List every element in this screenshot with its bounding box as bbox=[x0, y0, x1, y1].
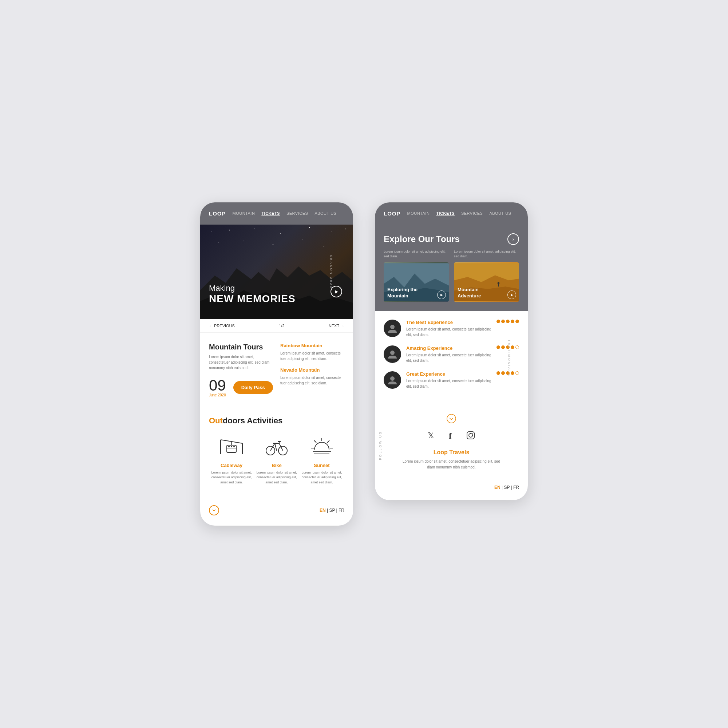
tour-img-desert[interactable]: Mountain Adventure ▶ bbox=[454, 262, 519, 302]
svg-point-1 bbox=[229, 230, 230, 230]
nav-mountain-1[interactable]: MOUNTAIN bbox=[232, 211, 255, 216]
star bbox=[515, 320, 519, 323]
rainbow-title: Rainbow Mountain bbox=[280, 343, 344, 348]
lang-sp-2[interactable]: SP bbox=[504, 485, 509, 490]
hero-making: Making bbox=[209, 284, 295, 293]
lang-en-2[interactable]: EN bbox=[494, 485, 500, 490]
activity-bike: Bike Lorem ipsum dolor sit amet, consect… bbox=[254, 434, 299, 485]
star bbox=[511, 346, 514, 349]
testimonial-1-content: The Best Experience Lorem ipsum dolor si… bbox=[406, 320, 491, 337]
svg-point-17 bbox=[231, 446, 232, 447]
nav-tickets-2[interactable]: TICKETS bbox=[436, 211, 455, 216]
twitter-icon[interactable]: 𝕏 bbox=[428, 431, 434, 442]
mountains-list-col: Rainbow Mountain Lorem ipsum dolor sit a… bbox=[280, 343, 344, 406]
testimonial-1-desc: Lorem ipsum dolor sit amet, consecte tue… bbox=[406, 327, 491, 337]
testimonial-3-desc: Lorem ipsum dolor sit amet, consecte tue… bbox=[406, 378, 491, 389]
avatar-1 bbox=[384, 320, 401, 337]
svg-point-3 bbox=[280, 233, 281, 234]
follow-down-btn[interactable] bbox=[384, 413, 519, 425]
svg-point-35 bbox=[498, 282, 500, 284]
lang-sep2: | bbox=[336, 508, 337, 513]
tour-card-mountain: Lorem ipsum dolor sit amet, adipiscing e… bbox=[384, 249, 449, 302]
nav-mountain-2[interactable]: MOUNTAIN bbox=[407, 211, 430, 216]
star-empty bbox=[515, 346, 519, 349]
facebook-icon[interactable]: f bbox=[449, 431, 452, 442]
testimonial-1: The Best Experience Lorem ipsum dolor si… bbox=[384, 320, 519, 337]
outdoor-rest: doors Activities bbox=[223, 416, 283, 425]
rainbow-mountain: Rainbow Mountain Lorem ipsum dolor sit a… bbox=[280, 343, 344, 361]
follow-us-label: FOLLOW US bbox=[379, 431, 382, 460]
nav-about-2[interactable]: ABOUT US bbox=[489, 211, 511, 216]
star bbox=[497, 346, 500, 349]
follow-section: FOLLOW US 𝕏 f Loop Travels bbox=[375, 406, 528, 485]
lang-fr[interactable]: FR bbox=[338, 508, 344, 513]
svg-point-10 bbox=[302, 239, 303, 240]
date-num: 09 bbox=[209, 378, 226, 393]
language-selector-2[interactable]: EN | SP | FR bbox=[494, 485, 519, 490]
cableway-desc: Lorem ipsum dolor sit amet, consectetuer… bbox=[209, 470, 254, 485]
language-selector[interactable]: EN | SP | FR bbox=[320, 508, 344, 513]
svg-point-39 bbox=[390, 376, 395, 381]
testimonials-section: TESTIMONIALS The Best Experience Lorem i… bbox=[375, 311, 528, 406]
cableway-icon bbox=[219, 434, 244, 460]
activities-row: Cableway Lorem ipsum dolor sit amet, con… bbox=[209, 434, 344, 485]
nav-about-1[interactable]: ABOUT US bbox=[315, 211, 336, 216]
tours-section: Mountain Tours Lorem ipsum dolor sit ame… bbox=[209, 343, 344, 406]
stars-1 bbox=[497, 320, 519, 323]
scroll-down-btn[interactable] bbox=[209, 505, 219, 515]
tour2-play-btn[interactable]: ▶ bbox=[508, 291, 516, 299]
tour1-play-btn[interactable]: ▶ bbox=[437, 291, 446, 299]
svg-rect-41 bbox=[467, 432, 474, 439]
daily-pass-btn[interactable]: Daily Pass bbox=[233, 381, 273, 394]
tours-section: Explore Our Tours › Lorem ipsum dolor si… bbox=[375, 225, 528, 311]
slide-count: 1/2 bbox=[279, 324, 284, 328]
nav-services-2[interactable]: SERVICES bbox=[461, 211, 483, 216]
svg-point-5 bbox=[331, 231, 332, 232]
svg-point-0 bbox=[211, 231, 211, 232]
testimonial-3-content: Great Experience Lorem ipsum dolor sit a… bbox=[406, 371, 491, 389]
svg-point-18 bbox=[233, 446, 235, 447]
lang-fr-2[interactable]: FR bbox=[513, 485, 519, 490]
svg-point-16 bbox=[228, 446, 230, 447]
hero-season: SEASON 2020 bbox=[329, 255, 333, 289]
nav-logo-2[interactable]: LOOP bbox=[384, 210, 401, 217]
star bbox=[497, 371, 500, 375]
testimonial-2-name: Amazing Experience bbox=[406, 346, 491, 351]
star bbox=[506, 320, 509, 323]
svg-point-40 bbox=[447, 414, 456, 423]
star bbox=[501, 346, 505, 349]
bike-desc: Lorem ipsum dolor sit amet, consectetuer… bbox=[254, 470, 299, 485]
nav-controls: ← PREVIOUS 1/2 NEXT → bbox=[200, 319, 353, 333]
svg-point-9 bbox=[273, 244, 273, 245]
svg-point-37 bbox=[390, 325, 395, 329]
mountain-tours-title: Mountain Tours bbox=[209, 343, 273, 351]
nevado-mountain: Nevado Mountain Lorem ipsum dolor sit am… bbox=[280, 367, 344, 386]
nav-services-1[interactable]: SERVICES bbox=[286, 211, 308, 216]
phone2-nav: LOOP MOUNTAIN TICKETS SERVICES ABOUT US bbox=[375, 202, 528, 225]
outdoor-title: Outdoors Activities bbox=[209, 416, 344, 425]
nav-logo-1[interactable]: LOOP bbox=[209, 210, 226, 217]
tours-arrow-btn[interactable]: › bbox=[508, 233, 519, 245]
nav-tickets-1[interactable]: TICKETS bbox=[262, 211, 280, 216]
tour2-label1: Mountain bbox=[457, 287, 479, 292]
testimonial-3-name: Great Experience bbox=[406, 371, 491, 377]
phone1-footer: EN | SP | FR bbox=[200, 499, 353, 526]
tour-card-desert: Lorem ipsum dolor sit amet, adipiscing e… bbox=[454, 249, 519, 302]
prev-btn[interactable]: ← PREVIOUS bbox=[209, 324, 235, 328]
tour-img-mountain[interactable]: Exploring the Mountain ▶ bbox=[384, 262, 449, 302]
sunset-desc: Lorem ipsum dolor sit amet, consectetuer… bbox=[299, 470, 344, 485]
svg-point-2 bbox=[254, 228, 255, 229]
instagram-icon[interactable] bbox=[466, 431, 475, 442]
hero-main: NEW MEMORIES bbox=[209, 293, 295, 305]
lang-sp[interactable]: SP bbox=[329, 508, 335, 513]
testimonial-2-desc: Lorem ipsum dolor sit amet, consecte tue… bbox=[406, 352, 491, 363]
nevado-desc: Lorem ipsum dolor sit amet, consecte tue… bbox=[280, 375, 344, 386]
bike-icon bbox=[264, 434, 289, 460]
next-btn[interactable]: NEXT → bbox=[329, 324, 344, 328]
tour1-label: Exploring the Mountain bbox=[387, 287, 418, 299]
mountain-tours-col: Mountain Tours Lorem ipsum dolor sit ame… bbox=[209, 343, 273, 406]
lang-en[interactable]: EN bbox=[320, 508, 326, 513]
star bbox=[511, 320, 514, 323]
star bbox=[501, 371, 505, 375]
phones-container: LOOP MOUNTAIN TICKETS SERVICES ABOUT US bbox=[200, 202, 528, 526]
